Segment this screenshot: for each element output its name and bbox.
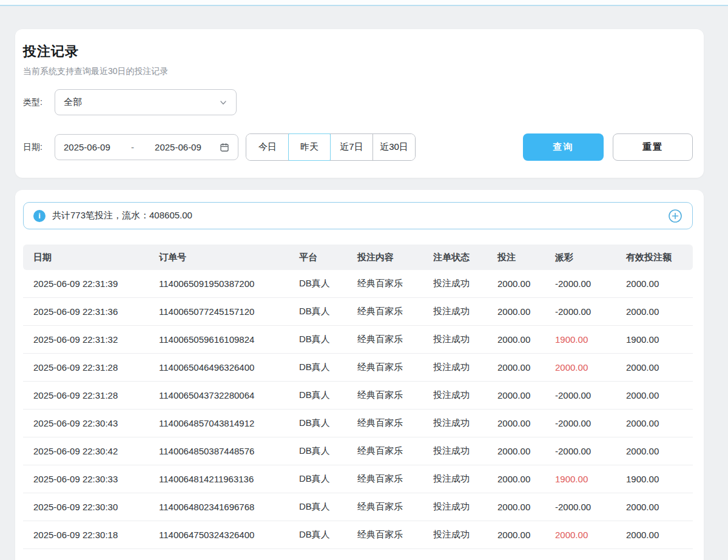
quick-range-button-0[interactable]: 今日 (246, 134, 289, 160)
date-filter-row: 日期: 2025-06-09 - 2025-06-09 今日昨天近7日近30日 … (23, 133, 693, 161)
cell-bet-content: 经典百家乐 (357, 493, 433, 521)
column-header-platform: 平台 (299, 245, 357, 270)
cell-order-no: 1140065077245157120 (159, 298, 299, 326)
info-icon: i (33, 210, 46, 222)
cell-status: 投注成功 (433, 465, 497, 493)
type-filter-row: 类型: 全部 (23, 89, 693, 115)
cell-date: 2025-06-09 22:31:36 (23, 298, 159, 326)
table-row: 2025-06-09 22:31:36 1140065077245157120 … (23, 298, 693, 326)
cell-status: 投注成功 (433, 270, 497, 298)
summary-text: 共计773笔投注，流水：408605.00 (52, 210, 192, 221)
page-title: 投注记录 (23, 42, 693, 61)
expand-summary-button[interactable] (668, 209, 682, 223)
cell-valid-bet: 2000.00 (626, 493, 693, 521)
cell-date: 2025-06-09 22:31:28 (23, 382, 159, 410)
cell-platform: DB真人 (299, 465, 357, 493)
cell-order-no: 1140064802341696768 (159, 493, 299, 521)
cell-platform: DB真人 (299, 521, 357, 549)
cell-payout: -2000.00 (555, 493, 626, 521)
column-header-valid-bet: 有效投注额 (626, 245, 693, 270)
cell-platform: DB真人 (299, 410, 357, 437)
cell-status: 投注成功 (433, 410, 497, 437)
cell-payout: -2000.00 (555, 382, 626, 410)
cell-valid-bet: 1900.00 (626, 465, 693, 493)
cell-status: 投注成功 (433, 382, 497, 410)
plus-circle-icon (668, 209, 682, 223)
date-range-input[interactable]: 2025-06-09 - 2025-06-09 (55, 134, 238, 160)
cell-payout: -2000.00 (555, 270, 626, 298)
date-range-separator: - (129, 142, 136, 152)
cell-payout: 1900.00 (555, 326, 626, 354)
cell-bet-content: 经典百家乐 (357, 270, 433, 298)
table-body: 2025-06-09 22:31:39 1140065091950387200 … (23, 270, 693, 549)
cell-order-no: 1140064857043814912 (159, 410, 299, 437)
cell-bet-amount: 2000.00 (497, 326, 555, 354)
cell-status: 投注成功 (433, 437, 497, 465)
cell-valid-bet: 2000.00 (626, 382, 693, 410)
cell-platform: DB真人 (299, 270, 357, 298)
cell-status: 投注成功 (433, 354, 497, 382)
cell-date: 2025-06-09 22:30:18 (23, 521, 159, 549)
results-panel: i 共计773笔投注，流水：408605.00 日期 订单号 平台 (15, 190, 704, 560)
cell-status: 投注成功 (433, 298, 497, 326)
column-header-date: 日期 (23, 245, 159, 270)
cell-status: 投注成功 (433, 326, 497, 354)
column-header-payout: 派彩 (555, 245, 626, 270)
cell-order-no: 1140064814211963136 (159, 465, 299, 493)
reset-button[interactable]: 重置 (613, 133, 693, 161)
cell-platform: DB真人 (299, 493, 357, 521)
cell-valid-bet: 2000.00 (626, 521, 693, 549)
cell-valid-bet: 2000.00 (626, 354, 693, 382)
cell-date: 2025-06-09 22:31:28 (23, 354, 159, 382)
cell-order-no: 1140065046496326400 (159, 354, 299, 382)
cell-order-no: 1140065059616109824 (159, 326, 299, 354)
date-label: 日期: (23, 142, 55, 153)
cell-date: 2025-06-09 22:31:32 (23, 326, 159, 354)
cell-payout: -2000.00 (555, 437, 626, 465)
summary-bar: i 共计773笔投注，流水：408605.00 (23, 202, 693, 229)
cell-bet-amount: 2000.00 (497, 410, 555, 437)
cell-status: 投注成功 (433, 493, 497, 521)
cell-bet-amount: 2000.00 (497, 298, 555, 326)
table-row: 2025-06-09 22:30:30 1140064802341696768 … (23, 493, 693, 521)
cell-date: 2025-06-09 22:30:43 (23, 410, 159, 437)
cell-bet-content: 经典百家乐 (357, 410, 433, 437)
cell-payout: -2000.00 (555, 410, 626, 437)
cell-valid-bet: 2000.00 (626, 410, 693, 437)
cell-bet-amount: 2000.00 (497, 493, 555, 521)
calendar-icon[interactable] (220, 143, 229, 152)
cell-platform: DB真人 (299, 382, 357, 410)
chevron-down-icon (219, 98, 228, 107)
quick-range-group: 今日昨天近7日近30日 (246, 133, 416, 161)
table-header: 日期 订单号 平台 投注内容 注单状态 投注 派彩 有效投注额 (23, 245, 693, 270)
type-select[interactable]: 全部 (55, 89, 237, 115)
cell-valid-bet: 2000.00 (626, 437, 693, 465)
cell-date: 2025-06-09 22:31:39 (23, 270, 159, 298)
cell-bet-amount: 2000.00 (497, 354, 555, 382)
date-end-value: 2025-06-09 (155, 142, 201, 152)
filter-actions: 查询 重置 (523, 133, 693, 161)
cell-order-no: 1140065091950387200 (159, 270, 299, 298)
cell-payout: 2000.00 (555, 354, 626, 382)
table-row: 2025-06-09 22:30:43 1140064857043814912 … (23, 410, 693, 437)
type-label: 类型: (23, 97, 55, 108)
quick-range-button-3[interactable]: 近30日 (372, 134, 415, 160)
column-header-status: 注单状态 (433, 245, 497, 270)
cell-status: 投注成功 (433, 521, 497, 549)
cell-bet-content: 经典百家乐 (357, 326, 433, 354)
cell-bet-content: 经典百家乐 (357, 354, 433, 382)
cell-date: 2025-06-09 22:30:30 (23, 493, 159, 521)
cell-bet-amount: 2000.00 (497, 382, 555, 410)
cell-order-no: 1140065043732280064 (159, 382, 299, 410)
table-row: 2025-06-09 22:31:39 1140065091950387200 … (23, 270, 693, 298)
column-header-content: 投注内容 (357, 245, 433, 270)
cell-bet-content: 经典百家乐 (357, 521, 433, 549)
date-start-value: 2025-06-09 (64, 142, 110, 152)
quick-range-button-1[interactable]: 昨天 (288, 133, 331, 161)
table-row: 2025-06-09 22:31:28 1140065046496326400 … (23, 354, 693, 382)
filter-panel: 投注记录 当前系统支持查询最近30日的投注记录 类型: 全部 日期: 2025-… (15, 29, 704, 178)
quick-range-button-2[interactable]: 近7日 (330, 134, 372, 160)
table-row: 2025-06-09 22:31:32 1140065059616109824 … (23, 326, 693, 354)
cell-valid-bet: 2000.00 (626, 270, 693, 298)
search-button[interactable]: 查询 (523, 133, 604, 161)
